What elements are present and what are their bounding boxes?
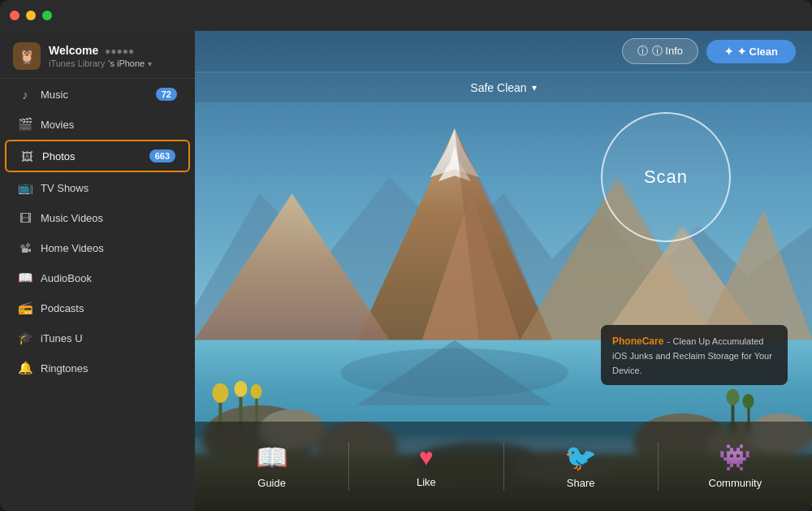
sidebar-item-audiobook[interactable]: 📖AudioBook [5,263,190,292]
guide-icon: 📖 [256,444,288,470]
clean-button-label: ✦ Clean [737,45,778,58]
scan-button-label: Scan [644,167,688,188]
guide-action[interactable]: 📖 Guide [195,436,348,497]
safe-clean-label: Safe Clean [470,81,526,94]
sidebar-item-itunes-u[interactable]: 🎓iTunes U [5,323,190,353]
audiobook-icon: 📖 [18,271,32,285]
community-label: Community [709,477,762,489]
svg-point-27 [726,389,739,405]
svg-point-21 [212,383,228,403]
share-label: Share [567,477,595,489]
svg-point-25 [250,384,261,399]
community-action[interactable]: 👾 Community [659,436,812,497]
guide-label: Guide [257,477,286,489]
community-icon: 👾 [719,444,751,470]
clean-icon: ✦ [724,45,733,58]
like-action[interactable]: ♥ Like [349,437,503,496]
home-videos-label: Home Videos [41,242,177,254]
itunes-u-icon: 🎓 [18,331,32,345]
main-layout: 🦉 Welcome ●●●●● iTunes Library 's iPhone… [0,31,812,511]
bottom-action-bar: 📖 Guide ♥ Like 🐦 Share 👾 Community [195,422,812,511]
info-button-label: ⓘ Info [652,44,683,58]
info-icon: ⓘ [637,44,648,58]
like-label: Like [417,476,436,488]
audiobook-label: AudioBook [41,272,177,284]
music-videos-label: Music Videos [41,212,177,224]
share-icon: 🐦 [564,444,597,470]
title-bar [0,0,812,31]
podcasts-icon: 📻 [18,301,32,315]
device-selector[interactable]: iTunes Library 's iPhone ▾ [49,58,152,68]
device-chevron-icon: ▾ [148,59,152,68]
movies-label: Movies [41,119,177,131]
safe-clean-bar[interactable]: Safe Clean ▾ [195,73,812,102]
svg-point-13 [341,349,568,397]
sidebar-item-tv-shows[interactable]: 📺TV Shows [5,173,190,202]
main-content: ⓘ ⓘ Info ✦ ✦ Clean Safe Clean ▾ Scan [195,31,812,511]
tv-shows-icon: 📺 [18,180,32,195]
music-label: Music [41,89,148,101]
sidebar-item-music-videos[interactable]: 🎞Music Videos [5,203,190,232]
close-button[interactable] [10,11,19,20]
sidebar-item-photos[interactable]: 🖼Photos663 [5,140,190,172]
itunes-u-label: iTunes U [41,332,177,344]
phonecare-title: PhoneCare [612,336,663,347]
sidebar-header: 🦉 Welcome ●●●●● iTunes Library 's iPhone… [0,31,195,79]
sidebar-item-movies[interactable]: 🎬Movies [5,110,190,139]
minimize-button[interactable] [26,11,36,20]
welcome-text: Welcome ●●●●● [49,44,152,57]
ringtones-icon: 🔔 [18,361,32,375]
sidebar: 🦉 Welcome ●●●●● iTunes Library 's iPhone… [0,31,195,511]
maximize-button[interactable] [42,11,52,20]
safe-clean-chevron-icon: ▾ [532,82,537,93]
svg-point-29 [742,394,754,409]
music-icon: ♪ [18,87,32,102]
header-text: Welcome ●●●●● iTunes Library 's iPhone ▾ [49,44,152,68]
sidebar-item-podcasts[interactable]: 📻Podcasts [5,293,190,323]
phonecare-tooltip: PhoneCare - Clean Up Accumulated iOS Jun… [601,325,788,385]
share-action[interactable]: 🐦 Share [504,436,658,497]
photos-label: Photos [42,150,141,162]
sidebar-item-home-videos[interactable]: 📽Home Videos [5,233,190,262]
scan-button[interactable]: Scan [601,112,731,242]
photos-icon: 🖼 [19,149,34,163]
music-videos-icon: 🎞 [18,210,32,225]
tv-shows-label: TV Shows [41,182,177,194]
svg-point-23 [234,381,247,397]
sidebar-item-ringtones[interactable]: 🔔Ringtones [5,353,190,383]
sidebar-nav: ♪Music72🎬Movies🖼Photos663📺TV Shows🎞Music… [0,79,195,383]
scan-circle-container: Scan [601,112,731,242]
app-logo: 🦉 [13,42,41,70]
clean-button[interactable]: ✦ ✦ Clean [706,40,796,63]
welcome-label: Welcome [49,44,98,57]
like-icon: ♥ [419,445,434,470]
info-button[interactable]: ⓘ ⓘ Info [622,38,698,64]
sidebar-item-music[interactable]: ♪Music72 [5,80,190,109]
podcasts-label: Podcasts [41,302,177,314]
username-mask: ●●●●● [105,45,134,57]
home-videos-icon: 📽 [18,240,32,255]
app-window: 🦉 Welcome ●●●●● iTunes Library 's iPhone… [0,0,812,511]
device-name: 's iPhone [108,58,145,68]
photos-badge: 663 [149,149,175,162]
top-bar: ⓘ ⓘ Info ✦ ✦ Clean [195,31,812,71]
music-badge: 72 [156,88,177,101]
ringtones-label: Ringtones [41,362,177,375]
itunes-library-label: iTunes Library [49,58,105,68]
movies-icon: 🎬 [18,117,32,132]
